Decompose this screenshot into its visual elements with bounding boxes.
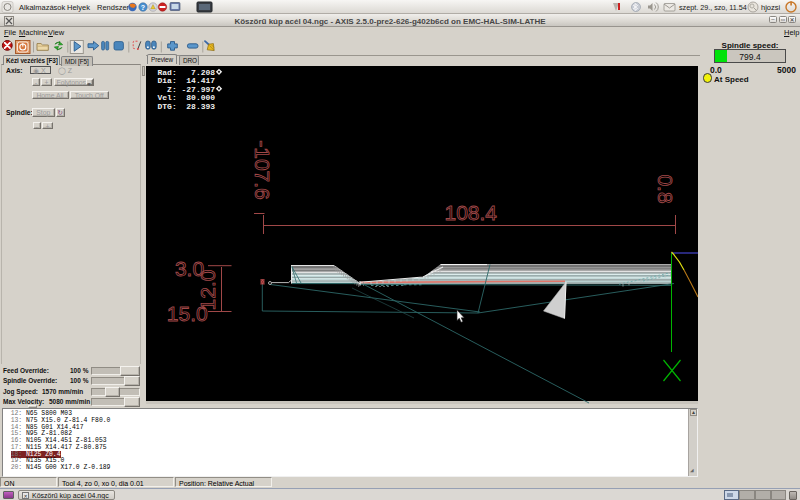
svg-text:0.8: 0.8 bbox=[654, 174, 677, 203]
svg-text:108.4: 108.4 bbox=[444, 201, 497, 224]
svg-text:12.0: 12.0 bbox=[196, 270, 219, 311]
svg-text:DTG: 28.393: DTG: 28.393 bbox=[158, 102, 216, 111]
svg-text:?: ? bbox=[141, 4, 145, 11]
svg-text:-107.6: -107.6 bbox=[251, 140, 274, 200]
